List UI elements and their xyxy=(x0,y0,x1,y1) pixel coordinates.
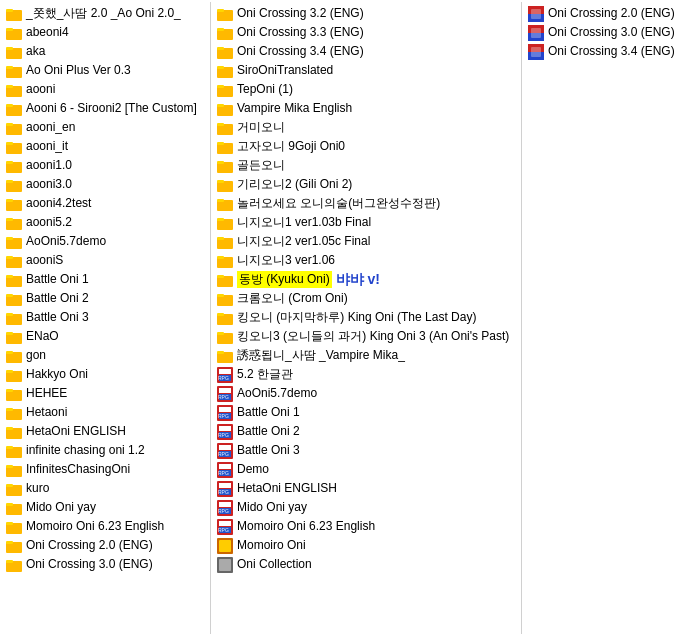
list-item[interactable]: abeoni4 xyxy=(2,23,208,42)
list-item[interactable]: RPG Demo xyxy=(213,460,519,479)
list-item[interactable]: aka xyxy=(2,42,208,61)
folder-icon xyxy=(6,6,22,22)
item-label: Oni Crossing 2.0 (ENG) xyxy=(548,5,675,22)
svg-rect-89 xyxy=(217,275,224,278)
list-item[interactable]: SiroOniTranslated xyxy=(213,61,519,80)
list-item[interactable]: RPG AoOni5.7demo xyxy=(213,384,519,403)
svg-rect-69 xyxy=(217,85,224,88)
list-item[interactable]: RPG Momoiro Oni 6.23 English xyxy=(213,517,519,536)
svg-rect-73 xyxy=(217,123,224,126)
list-item[interactable]: Vampire Mika English xyxy=(213,99,519,118)
list-item[interactable]: 誘惑됩니_사땀 _Vampire Mika_ xyxy=(213,346,519,365)
item-icon xyxy=(217,253,233,269)
list-item[interactable]: infinite chasing oni 1.2 xyxy=(2,441,208,460)
list-item[interactable]: RPG HetaOni ENGLISH xyxy=(213,479,519,498)
item-icon xyxy=(217,215,233,231)
list-item[interactable]: 동방 (Kyuku Oni) 뱌뱌 v! xyxy=(213,270,519,289)
list-item[interactable]: aooni5.2 xyxy=(2,213,208,232)
svg-rect-123 xyxy=(219,483,231,488)
list-item[interactable]: Oni Crossing 2.0 (ENG) xyxy=(2,536,208,555)
item-label: kuro xyxy=(26,480,49,497)
folder-icon xyxy=(6,310,22,326)
item-icon: RPG xyxy=(217,481,233,497)
item-label: HEHEE xyxy=(26,385,67,402)
item-icon xyxy=(217,120,233,136)
list-item[interactable]: ENaO xyxy=(2,327,208,346)
svg-rect-53 xyxy=(6,503,13,506)
svg-rect-27 xyxy=(6,256,13,259)
item-label: 니지오니3 ver1.06 xyxy=(237,252,335,269)
list-item[interactable]: Oni Crossing 2.0 (ENG) xyxy=(524,4,695,23)
list-item[interactable]: 킹오니 (마지막하루) King Oni (The Last Day) xyxy=(213,308,519,327)
list-item[interactable]: 킹오니3 (오니들의 과거) King Oni 3 (An Oni's Past… xyxy=(213,327,519,346)
svg-text:RPG: RPG xyxy=(218,527,229,533)
list-item[interactable]: Momoiro Oni xyxy=(213,536,519,555)
item-icon xyxy=(217,139,233,155)
list-item[interactable]: 니지오니1 ver1.03b Final xyxy=(213,213,519,232)
folder-icon xyxy=(6,101,22,117)
list-item[interactable]: RPG Battle Oni 1 xyxy=(213,403,519,422)
list-item[interactable]: 고자오니 9Goji Oni0 xyxy=(213,137,519,156)
list-item[interactable]: Momoiro Oni 6.23 English xyxy=(2,517,208,536)
list-item[interactable]: RPG Mido Oni yay xyxy=(213,498,519,517)
list-item[interactable]: Oni Crossing 3.0 (ENG) xyxy=(524,23,695,42)
list-item[interactable]: Battle Oni 1 xyxy=(2,270,208,289)
list-item[interactable]: Hetaoni xyxy=(2,403,208,422)
item-icon xyxy=(217,348,233,364)
list-item[interactable]: 거미오니 xyxy=(213,118,519,137)
item-label: aooni4.2test xyxy=(26,195,91,212)
list-item[interactable]: AoOni5.7demo xyxy=(2,232,208,251)
folder-icon xyxy=(6,158,22,174)
folder-icon xyxy=(6,196,22,212)
list-item[interactable]: Aooni 6 - Sirooni2 [The Custom] xyxy=(2,99,208,118)
list-item[interactable]: RPG Battle Oni 2 xyxy=(213,422,519,441)
svg-rect-85 xyxy=(217,237,224,240)
list-item[interactable]: 크롬오니 (Crom Oni) xyxy=(213,289,519,308)
list-item[interactable]: Oni Crossing 3.3 (ENG) xyxy=(213,23,519,42)
svg-rect-31 xyxy=(6,294,13,297)
svg-rect-81 xyxy=(217,199,224,202)
list-item[interactable]: aooni3.0 xyxy=(2,175,208,194)
list-item[interactable]: _쫏했_사땀 2.0 _Ao Oni 2.0_ xyxy=(2,4,208,23)
list-item[interactable]: kuro xyxy=(2,479,208,498)
svg-rect-97 xyxy=(217,351,224,354)
item-label: aooniS xyxy=(26,252,63,269)
list-item[interactable]: HEHEE xyxy=(2,384,208,403)
svg-rect-29 xyxy=(6,275,13,278)
list-item[interactable]: Oni Crossing 3.4 (ENG) xyxy=(213,42,519,61)
item-icon: RPG xyxy=(217,462,233,478)
list-item[interactable]: RPG 5.2 한글관 xyxy=(213,365,519,384)
svg-rect-43 xyxy=(6,408,13,411)
list-item[interactable]: 기리오니2 (Gili Oni 2) xyxy=(213,175,519,194)
list-item[interactable]: Battle Oni 3 xyxy=(2,308,208,327)
svg-rect-143 xyxy=(531,28,541,38)
list-item[interactable]: RPG Battle Oni 3 xyxy=(213,441,519,460)
list-item[interactable]: InfinitesChasingOni xyxy=(2,460,208,479)
list-item[interactable]: aooni_en xyxy=(2,118,208,137)
list-item[interactable]: gon xyxy=(2,346,208,365)
list-item[interactable]: Hakkyo Oni xyxy=(2,365,208,384)
list-item[interactable]: Mido Oni yay xyxy=(2,498,208,517)
list-item[interactable]: Ao Oni Plus Ver 0.3 xyxy=(2,61,208,80)
list-item[interactable]: aooni4.2test xyxy=(2,194,208,213)
list-item[interactable]: TepOni (1) xyxy=(213,80,519,99)
list-item[interactable]: aooni1.0 xyxy=(2,156,208,175)
list-item[interactable]: Oni Collection xyxy=(213,555,519,574)
list-item[interactable]: Battle Oni 2 xyxy=(2,289,208,308)
item-label: infinite chasing oni 1.2 xyxy=(26,442,145,459)
list-item[interactable]: 골든오니 xyxy=(213,156,519,175)
list-item[interactable]: 니지오니3 ver1.06 xyxy=(213,251,519,270)
list-item[interactable]: aooni_it xyxy=(2,137,208,156)
list-item[interactable]: Oni Crossing 3.0 (ENG) xyxy=(2,555,208,574)
item-label: Battle Oni 3 xyxy=(237,442,300,459)
list-item[interactable]: Oni Crossing 3.4 (ENG) xyxy=(524,42,695,61)
list-item[interactable]: aooni xyxy=(2,80,208,99)
list-item[interactable]: 니지오니2 ver1.05c Final xyxy=(213,232,519,251)
list-item[interactable]: HetaOni ENGLISH xyxy=(2,422,208,441)
svg-rect-41 xyxy=(6,389,13,392)
item-label: 誘惑됩니_사땀 _Vampire Mika_ xyxy=(237,347,405,364)
list-item[interactable]: Oni Crossing 3.2 (ENG) xyxy=(213,4,519,23)
folder-icon xyxy=(6,367,22,383)
list-item[interactable]: aooniS xyxy=(2,251,208,270)
list-item[interactable]: 놀러오세요 오니의술(버그완성수정판) xyxy=(213,194,519,213)
